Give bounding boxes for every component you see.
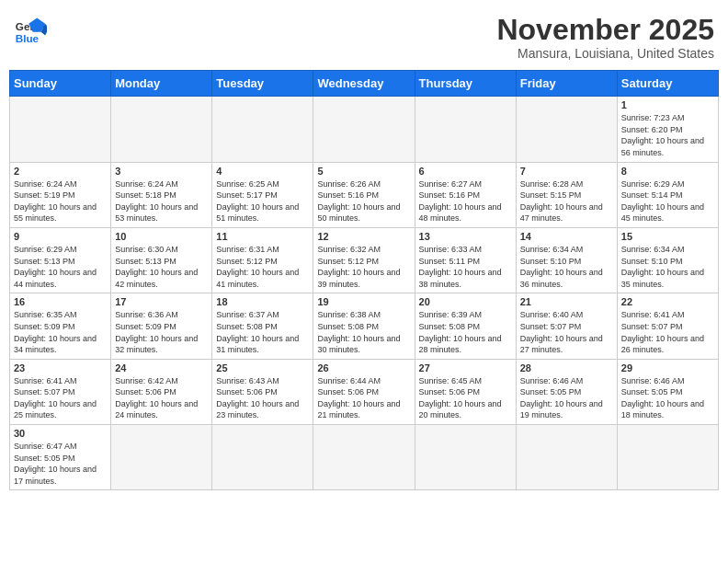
empty-cell xyxy=(111,425,212,490)
day-10: 10 Sunrise: 6:30 AMSunset: 5:13 PMDaylig… xyxy=(111,227,212,293)
title-block: November 2025 Mansura, Louisiana, United… xyxy=(496,14,714,61)
header-friday: Friday xyxy=(516,71,617,97)
day-15: 15 Sunrise: 6:34 AMSunset: 5:10 PMDaylig… xyxy=(617,227,718,293)
empty-cell xyxy=(313,425,415,490)
location: Mansura, Louisiana, United States xyxy=(496,46,714,61)
day-24: 24 Sunrise: 6:42 AMSunset: 5:06 PMDaylig… xyxy=(111,359,212,424)
header-sunday: Sunday xyxy=(10,71,111,97)
page-header: General Blue November 2025 Mansura, Loui… xyxy=(9,9,719,61)
logo: General Blue xyxy=(14,14,47,47)
day-2: 2 Sunrise: 6:24 AMSunset: 5:19 PMDayligh… xyxy=(10,162,111,227)
header-monday: Monday xyxy=(111,71,212,97)
day-22: 22 Sunrise: 6:41 AMSunset: 5:07 PMDaylig… xyxy=(617,293,718,359)
day-30: 30 Sunrise: 6:47 AMSunset: 5:05 PMDaylig… xyxy=(10,425,111,490)
empty-cell xyxy=(111,97,212,162)
logo-icon: General Blue xyxy=(14,14,47,47)
header-saturday: Saturday xyxy=(617,71,718,97)
day-18: 18 Sunrise: 6:37 AMSunset: 5:08 PMDaylig… xyxy=(212,293,313,359)
day-29: 29 Sunrise: 6:46 AMSunset: 5:05 PMDaylig… xyxy=(617,359,718,424)
day-6: 6 Sunrise: 6:27 AMSunset: 5:16 PMDayligh… xyxy=(415,162,516,227)
day-12: 12 Sunrise: 6:32 AMSunset: 5:12 PMDaylig… xyxy=(313,227,415,293)
empty-cell xyxy=(212,425,313,490)
day-13: 13 Sunrise: 6:33 AMSunset: 5:11 PMDaylig… xyxy=(415,227,516,293)
empty-cell xyxy=(516,425,617,490)
day-19: 19 Sunrise: 6:38 AMSunset: 5:08 PMDaylig… xyxy=(313,293,415,359)
day-9: 9 Sunrise: 6:29 AMSunset: 5:13 PMDayligh… xyxy=(10,227,111,293)
day-20: 20 Sunrise: 6:39 AMSunset: 5:08 PMDaylig… xyxy=(415,293,516,359)
header-tuesday: Tuesday xyxy=(212,71,313,97)
calendar-row-2: 2 Sunrise: 6:24 AMSunset: 5:19 PMDayligh… xyxy=(10,162,719,227)
month-title: November 2025 xyxy=(496,14,714,46)
empty-cell xyxy=(10,97,111,162)
day-21: 21 Sunrise: 6:40 AMSunset: 5:07 PMDaylig… xyxy=(516,293,617,359)
day-28: 28 Sunrise: 6:46 AMSunset: 5:05 PMDaylig… xyxy=(516,359,617,424)
day-17: 17 Sunrise: 6:36 AMSunset: 5:09 PMDaylig… xyxy=(111,293,212,359)
calendar-row-3: 9 Sunrise: 6:29 AMSunset: 5:13 PMDayligh… xyxy=(10,227,719,293)
calendar-row-6: 30 Sunrise: 6:47 AMSunset: 5:05 PMDaylig… xyxy=(10,425,719,490)
day-4: 4 Sunrise: 6:25 AMSunset: 5:17 PMDayligh… xyxy=(212,162,313,227)
empty-cell xyxy=(617,425,718,490)
calendar-row-4: 16 Sunrise: 6:35 AMSunset: 5:09 PMDaylig… xyxy=(10,293,719,359)
day-1: 1 Sunrise: 7:23 AMSunset: 6:20 PMDayligh… xyxy=(617,97,718,162)
day-7: 7 Sunrise: 6:28 AMSunset: 5:15 PMDayligh… xyxy=(516,162,617,227)
day-23: 23 Sunrise: 6:41 AMSunset: 5:07 PMDaylig… xyxy=(10,359,111,424)
calendar-row-5: 23 Sunrise: 6:41 AMSunset: 5:07 PMDaylig… xyxy=(10,359,719,424)
day-3: 3 Sunrise: 6:24 AMSunset: 5:18 PMDayligh… xyxy=(111,162,212,227)
day-25: 25 Sunrise: 6:43 AMSunset: 5:06 PMDaylig… xyxy=(212,359,313,424)
svg-text:Blue: Blue xyxy=(16,32,40,44)
calendar-table: Sunday Monday Tuesday Wednesday Thursday… xyxy=(9,70,719,490)
day-16: 16 Sunrise: 6:35 AMSunset: 5:09 PMDaylig… xyxy=(10,293,111,359)
day-11: 11 Sunrise: 6:31 AMSunset: 5:12 PMDaylig… xyxy=(212,227,313,293)
day-14: 14 Sunrise: 6:34 AMSunset: 5:10 PMDaylig… xyxy=(516,227,617,293)
header-thursday: Thursday xyxy=(415,71,516,97)
empty-cell xyxy=(516,97,617,162)
empty-cell xyxy=(415,425,516,490)
empty-cell xyxy=(313,97,415,162)
header-wednesday: Wednesday xyxy=(313,71,415,97)
calendar-row-1: 1 Sunrise: 7:23 AMSunset: 6:20 PMDayligh… xyxy=(10,97,719,162)
day-26: 26 Sunrise: 6:44 AMSunset: 5:06 PMDaylig… xyxy=(313,359,415,424)
empty-cell xyxy=(212,97,313,162)
weekday-header-row: Sunday Monday Tuesday Wednesday Thursday… xyxy=(10,71,719,97)
day-27: 27 Sunrise: 6:45 AMSunset: 5:06 PMDaylig… xyxy=(415,359,516,424)
empty-cell xyxy=(415,97,516,162)
day-8: 8 Sunrise: 6:29 AMSunset: 5:14 PMDayligh… xyxy=(617,162,718,227)
day-5: 5 Sunrise: 6:26 AMSunset: 5:16 PMDayligh… xyxy=(313,162,415,227)
